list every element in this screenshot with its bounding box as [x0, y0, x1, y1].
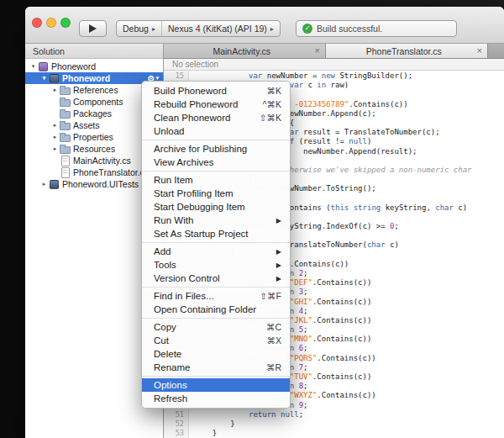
breadcrumb-bar[interactable]: No selection — [164, 59, 504, 71]
menu-item-shortcut: ⌘K — [258, 86, 281, 96]
menu-item-run-with[interactable]: Run With▶ — [142, 214, 290, 227]
line-number: 51 — [164, 410, 184, 420]
menu-separator — [142, 287, 290, 288]
device-dropdown[interactable]: Nexus 4 (KitKat) (API 19) ▸ — [161, 21, 280, 36]
tree-item-label: References — [73, 85, 118, 95]
menu-item-shortcut: ⇧⌘F — [251, 291, 281, 301]
menu-item-shortcut: ^⌘K — [255, 99, 281, 109]
solution-icon — [38, 61, 49, 71]
zoom-button[interactable] — [60, 18, 71, 28]
chevron-right-icon: ▸ — [152, 25, 155, 33]
menu-item-label: Cut — [154, 335, 169, 346]
tree-item-label: Assets — [73, 120, 100, 130]
menu-item-label: Rebuild Phoneword — [154, 99, 238, 109]
menu-item-set-as-startup-project[interactable]: Set As Startup Project — [142, 227, 290, 240]
disclosure-open-icon[interactable]: ▾ — [29, 63, 38, 70]
menu-item-start-profiling-item[interactable]: Start Profiling Item — [142, 187, 290, 200]
window-controls — [32, 18, 71, 28]
menu-separator — [142, 318, 290, 319]
folder-icon — [60, 144, 71, 154]
build-config-selector: Debug ▸ Nexus 4 (KitKat) (API 19) ▸ — [116, 20, 281, 37]
menu-item-find-in-files[interactable]: Find in Files...⇧⌘F — [142, 289, 290, 303]
menu-item-label: Start Debugging Item — [154, 202, 245, 212]
status-area: ✓ Build successful. — [296, 20, 457, 37]
menu-item-clean-phoneword[interactable]: Clean Phoneword⇧⌘K — [142, 111, 290, 124]
menu-item-label: Version Control — [154, 273, 220, 283]
folder-icon — [60, 108, 71, 119]
menu-item-add[interactable]: Add▶ — [142, 245, 290, 258]
line-number: 52 — [164, 420, 184, 429]
menu-item-build-phoneword[interactable]: Build Phoneword⌘K — [142, 84, 290, 98]
tab-label: PhoneTranslator.cs — [331, 46, 477, 56]
menu-item-rebuild-phoneword[interactable]: Rebuild Phoneword^⌘K — [142, 98, 290, 111]
menu-item-delete[interactable]: Delete — [142, 347, 290, 361]
menu-item-label: Refresh — [154, 393, 187, 404]
tab-phonetranslator-cs[interactable]: PhoneTranslator.cs× — [326, 44, 488, 58]
menu-item-cut[interactable]: Cut⌘X — [142, 334, 290, 347]
menu-item-version-control[interactable]: Version Control▶ — [142, 272, 290, 285]
code-line: return null; — [194, 410, 504, 420]
close-button[interactable] — [32, 18, 42, 28]
menu-item-label: Set As Startup Project — [154, 229, 249, 239]
menu-item-label: Unload — [154, 126, 184, 136]
menu-separator — [142, 171, 290, 172]
menu-item-run-item[interactable]: Run Item — [142, 173, 290, 187]
tree-item-label: Phoneword — [51, 61, 96, 71]
menu-item-shortcut: ⌘C — [258, 322, 281, 332]
menu-item-label: View Archives — [154, 157, 213, 167]
menu-item-options[interactable]: Options — [142, 378, 290, 392]
run-button[interactable] — [79, 20, 107, 37]
disclosure-closed-icon[interactable]: ▸ — [50, 122, 60, 129]
tab-bar: MainActivity.cs×PhoneTranslator.cs× — [164, 44, 504, 59]
menu-separator — [142, 140, 290, 140]
tree-item-label: Phoneword.UITests — [62, 179, 139, 189]
submenu-arrow-icon: ▶ — [268, 217, 281, 224]
menu-item-copy[interactable]: Copy⌘C — [142, 320, 290, 334]
file-cs-icon — [60, 156, 71, 166]
tree-item-solution-phoneword[interactable]: ▾Phoneword — [25, 61, 163, 72]
menu-item-rename[interactable]: Rename⌘R — [142, 361, 290, 374]
submenu-arrow-icon: ▶ — [268, 275, 281, 282]
disclosure-closed-icon[interactable]: ▸ — [50, 134, 60, 140]
menu-item-archive-for-publishing[interactable]: Archive for Publishing — [142, 142, 290, 156]
menu-item-shortcut: ⌘X — [258, 335, 281, 346]
tab-close-icon[interactable]: × — [315, 46, 320, 55]
menu-item-refresh[interactable]: Refresh — [142, 392, 290, 405]
menu-separator — [142, 242, 290, 243]
status-message: Build successful. — [317, 24, 382, 34]
submenu-arrow-icon: ▶ — [268, 248, 281, 256]
menu-item-label: Rename — [154, 362, 190, 372]
menu-item-view-archives[interactable]: View Archives — [142, 156, 290, 169]
build-success-check-icon: ✓ — [302, 24, 312, 34]
solution-pad-title: Solution — [33, 46, 65, 56]
menu-item-label: Run With — [154, 215, 193, 225]
folder-icon — [60, 85, 71, 95]
tab-close-icon[interactable]: × — [477, 46, 482, 55]
xamarin-studio-window: Debug ▸ Nexus 4 (KitKat) (API 19) ▸ ✓ Bu… — [25, 7, 504, 438]
menu-item-label: Tools — [154, 260, 176, 270]
disclosure-closed-icon[interactable]: ▸ — [50, 87, 60, 93]
context-menu: Build Phoneword⌘KRebuild Phoneword^⌘KCle… — [141, 81, 291, 409]
minimize-button[interactable] — [46, 18, 56, 28]
menu-item-label: Delete — [154, 349, 181, 359]
configuration-dropdown[interactable]: Debug ▸ — [117, 21, 161, 36]
configuration-label: Debug — [123, 24, 149, 34]
device-label: Nexus 4 (KitKat) (API 19) — [168, 24, 267, 34]
menu-item-unload[interactable]: Unload — [142, 124, 290, 138]
chevron-right-icon: ▸ — [270, 25, 274, 33]
solution-pad-header: Solution — [25, 44, 163, 59]
menu-item-open-containing-folder[interactable]: Open Containing Folder — [142, 303, 290, 316]
tab-mainactivity-cs[interactable]: MainActivity.cs× — [164, 44, 326, 58]
disclosure-open-icon[interactable]: ▾ — [39, 75, 49, 82]
play-icon — [89, 24, 97, 33]
folder-icon — [60, 132, 71, 142]
desktop-background: Debug ▸ Nexus 4 (KitKat) (API 19) ▸ ✓ Bu… — [0, 0, 504, 438]
disclosure-closed-icon[interactable]: ▸ — [50, 145, 60, 152]
menu-item-start-debugging-item[interactable]: Start Debugging Item — [142, 200, 290, 214]
tree-item-label: Packages — [73, 108, 112, 119]
folder-icon — [60, 120, 71, 130]
menu-item-tools[interactable]: Tools▶ — [142, 258, 290, 272]
tree-item-label: Components — [73, 97, 123, 107]
menu-item-label: Archive for Publishing — [154, 144, 247, 154]
disclosure-closed-icon[interactable]: ▸ — [39, 181, 49, 187]
